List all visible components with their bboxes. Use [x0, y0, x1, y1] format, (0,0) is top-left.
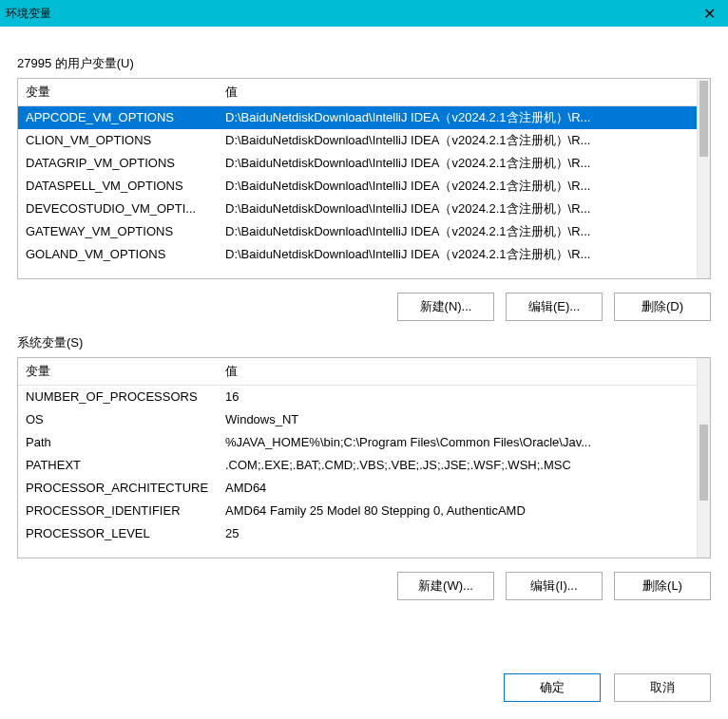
- user-edit-button[interactable]: 编辑(E)...: [506, 293, 603, 321]
- system-vars-table[interactable]: 变量 值 NUMBER_OF_PROCESSORS16OSWindows_NTP…: [17, 357, 711, 558]
- variable-cell: NUMBER_OF_PROCESSORS: [18, 386, 218, 409]
- window-title: 环境变量: [6, 6, 51, 22]
- user-new-button[interactable]: 新建(N)...: [397, 293, 494, 321]
- variable-cell: Path: [18, 431, 218, 454]
- user-vars-table[interactable]: 变量 值 APPCODE_VM_OPTIONSD:\BaiduNetdiskDo…: [17, 78, 711, 279]
- value-cell: Windows_NT: [218, 408, 697, 431]
- table-row[interactable]: DATAGRIP_VM_OPTIONSD:\BaiduNetdiskDownlo…: [18, 152, 697, 175]
- table-row[interactable]: PROCESSOR_ARCHITECTUREAMD64: [18, 477, 697, 500]
- value-cell: %JAVA_HOME%\bin;C:\Program Files\Common …: [218, 431, 697, 454]
- value-cell: AMD64: [218, 477, 697, 500]
- value-cell: D:\BaiduNetdiskDownload\IntelliJ IDEA（v2…: [218, 220, 697, 243]
- variable-cell: DEVECOSTUDIO_VM_OPTI...: [18, 198, 218, 220]
- system-col-variable[interactable]: 变量: [18, 358, 218, 386]
- value-cell: 16: [218, 386, 697, 409]
- user-vars-label: 27995 的用户变量(U): [17, 55, 711, 72]
- table-row[interactable]: PATHEXT.COM;.EXE;.BAT;.CMD;.VBS;.VBE;.JS…: [18, 454, 697, 477]
- table-row[interactable]: DEVECOSTUDIO_VM_OPTI...D:\BaiduNetdiskDo…: [18, 198, 697, 220]
- table-row[interactable]: CLION_VM_OPTIONSD:\BaiduNetdiskDownload\…: [18, 129, 697, 152]
- variable-cell: GATEWAY_VM_OPTIONS: [18, 220, 218, 243]
- variable-cell: PROCESSOR_LEVEL: [18, 522, 218, 545]
- user-col-variable[interactable]: 变量: [18, 79, 218, 106]
- table-row[interactable]: NUMBER_OF_PROCESSORS16: [18, 386, 697, 409]
- variable-cell: PROCESSOR_ARCHITECTURE: [18, 477, 218, 500]
- value-cell: D:\BaiduNetdiskDownload\IntelliJ IDEA（v2…: [218, 152, 697, 175]
- table-row[interactable]: GOLAND_VM_OPTIONSD:\BaiduNetdiskDownload…: [18, 243, 697, 266]
- variable-cell: PATHEXT: [18, 454, 218, 477]
- user-delete-button[interactable]: 删除(D): [614, 293, 711, 321]
- cancel-button[interactable]: 取消: [614, 673, 711, 702]
- user-col-value[interactable]: 值: [218, 79, 697, 106]
- variable-cell: OS: [18, 408, 218, 431]
- variable-cell: DATAGRIP_VM_OPTIONS: [18, 152, 218, 175]
- variable-cell: APPCODE_VM_OPTIONS: [18, 106, 218, 130]
- table-row[interactable]: APPCODE_VM_OPTIONSD:\BaiduNetdiskDownloa…: [18, 106, 697, 130]
- table-row[interactable]: DATASPELL_VM_OPTIONSD:\BaiduNetdiskDownl…: [18, 175, 697, 198]
- value-cell: D:\BaiduNetdiskDownload\IntelliJ IDEA（v2…: [218, 175, 697, 198]
- value-cell: D:\BaiduNetdiskDownload\IntelliJ IDEA（v2…: [218, 129, 697, 152]
- titlebar: 环境变量 ✕: [0, 0, 728, 27]
- close-icon[interactable]: ✕: [690, 0, 728, 27]
- value-cell: .COM;.EXE;.BAT;.CMD;.VBS;.VBE;.JS;.JSE;.…: [218, 454, 697, 477]
- dialog-footer: 确定 取消: [17, 670, 711, 702]
- variable-cell: DATASPELL_VM_OPTIONS: [18, 175, 218, 198]
- user-buttons: 新建(N)... 编辑(E)... 删除(D): [17, 293, 711, 321]
- variable-cell: GOLAND_VM_OPTIONS: [18, 243, 218, 266]
- system-buttons: 新建(W)... 编辑(I)... 删除(L): [17, 572, 711, 600]
- value-cell: 25: [218, 522, 697, 545]
- system-edit-button[interactable]: 编辑(I)...: [506, 572, 603, 600]
- value-cell: D:\BaiduNetdiskDownload\IntelliJ IDEA（v2…: [218, 243, 697, 266]
- table-row[interactable]: GATEWAY_VM_OPTIONSD:\BaiduNetdiskDownloa…: [18, 220, 697, 243]
- dialog-content: 27995 的用户变量(U) 变量 值 APPCODE_VM_OPTIONSD:…: [0, 27, 728, 719]
- scrollbar-thumb[interactable]: [699, 425, 708, 501]
- user-scrollbar[interactable]: [697, 79, 710, 278]
- variable-cell: CLION_VM_OPTIONS: [18, 129, 218, 152]
- system-col-value[interactable]: 值: [218, 358, 697, 386]
- scrollbar-thumb[interactable]: [699, 81, 708, 157]
- table-row[interactable]: PROCESSOR_IDENTIFIERAMD64 Family 25 Mode…: [18, 500, 697, 522]
- value-cell: D:\BaiduNetdiskDownload\IntelliJ IDEA（v2…: [218, 106, 697, 130]
- value-cell: D:\BaiduNetdiskDownload\IntelliJ IDEA（v2…: [218, 198, 697, 220]
- table-row[interactable]: PROCESSOR_LEVEL25: [18, 522, 697, 545]
- variable-cell: PROCESSOR_IDENTIFIER: [18, 500, 218, 522]
- value-cell: AMD64 Family 25 Model 80 Stepping 0, Aut…: [218, 500, 697, 522]
- system-vars-label: 系统变量(S): [17, 334, 711, 351]
- table-row[interactable]: OSWindows_NT: [18, 408, 697, 431]
- table-row[interactable]: Path%JAVA_HOME%\bin;C:\Program Files\Com…: [18, 431, 697, 454]
- system-scrollbar[interactable]: [697, 358, 710, 558]
- system-new-button[interactable]: 新建(W)...: [397, 572, 494, 600]
- system-delete-button[interactable]: 删除(L): [614, 572, 711, 600]
- ok-button[interactable]: 确定: [504, 673, 601, 702]
